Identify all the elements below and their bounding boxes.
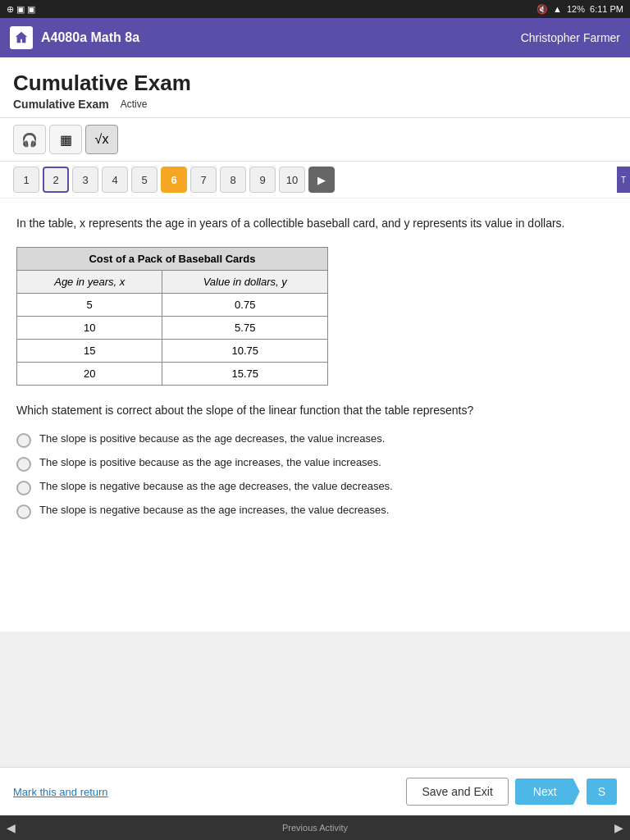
answer-choice-d[interactable]: The slope is negative because as the age… [16, 504, 614, 519]
user-name: Christopher Farmer [521, 31, 620, 44]
row4-x: 20 [17, 363, 162, 386]
question-tabs: 1 2 3 4 5 6 7 8 9 10 ▶ T [0, 162, 630, 199]
taskbar-left-arrow[interactable]: ◀ [7, 821, 16, 834]
answer-choice-b[interactable]: The slope is positive because as the age… [16, 456, 614, 472]
row1-x: 5 [17, 294, 162, 317]
question-tab-5[interactable]: 5 [131, 167, 158, 193]
table-row: 15 10.75 [17, 340, 328, 363]
choice-b-text: The slope is positive because as the age… [39, 456, 381, 468]
intro-text: In the table, x represents the age in ye… [16, 215, 614, 232]
table-row: 20 15.75 [17, 363, 328, 386]
save-exit-button[interactable]: Save and Exit [406, 778, 508, 806]
next-button[interactable]: Next [515, 778, 580, 805]
answer-choice-a[interactable]: The slope is positive because as the age… [16, 432, 614, 448]
taskbar-right-arrow[interactable]: ▶ [614, 821, 623, 834]
main-content: Cumulative Exam Cumulative Exam Active 🎧… [0, 57, 630, 632]
answer-choices: The slope is positive because as the age… [16, 432, 614, 519]
table-row: 5 0.75 [17, 294, 328, 317]
col-header-x: Age in years, x [17, 271, 162, 294]
choice-c-text: The slope is negative because as the age… [39, 480, 393, 492]
radio-d[interactable] [16, 504, 31, 519]
row3-y: 10.75 [162, 340, 328, 363]
radio-b[interactable] [16, 457, 31, 472]
mute-icon: 🔇 [536, 4, 548, 15]
question-tab-2[interactable]: 2 [43, 167, 69, 193]
radio-a[interactable] [16, 433, 31, 448]
exam-title: Cumulative Exam [13, 71, 617, 96]
table-row: 10 5.75 [17, 317, 328, 340]
bottom-bar-right: Save and Exit Next S [406, 778, 617, 806]
exam-header: Cumulative Exam Cumulative Exam Active [0, 57, 630, 118]
radio-c[interactable] [16, 481, 31, 495]
course-title: A4080a Math 8a [41, 30, 139, 45]
home-button[interactable] [10, 26, 33, 49]
question-tab-6[interactable]: 6 [161, 167, 187, 193]
submit-button[interactable]: S [587, 778, 617, 805]
question-tab-9[interactable]: 9 [249, 167, 276, 193]
question-tab-1[interactable]: 1 [13, 167, 39, 193]
col-header-y: Value in dollars, y [162, 271, 328, 294]
status-bar-right: 🔇 ▲ 12% 6:11 PM [536, 4, 623, 15]
taskbar-center-label: Previous Activity [282, 823, 348, 833]
answer-choice-c[interactable]: The slope is negative because as the age… [16, 480, 614, 495]
row4-y: 15.75 [162, 363, 328, 386]
exam-subtitle: Cumulative Exam Active [13, 98, 617, 111]
row2-y: 5.75 [162, 317, 328, 340]
status-icons: ⊕ ▣ ▣ [7, 4, 35, 15]
active-badge: Active [117, 98, 151, 111]
question-tab-next-arrow[interactable]: ▶ [308, 167, 335, 193]
top-nav: A4080a Math 8a Christopher Farmer [0, 18, 630, 57]
question-tab-4[interactable]: 4 [102, 167, 128, 193]
battery-level: 12% [567, 4, 585, 14]
choice-a-text: The slope is positive because as the age… [39, 432, 385, 445]
taskbar: ◀ Previous Activity ▶ [0, 815, 630, 840]
question-tab-8[interactable]: 8 [220, 167, 246, 193]
row2-x: 10 [17, 317, 162, 340]
formula-button[interactable]: √x [85, 125, 118, 154]
status-bar-left: ⊕ ▣ ▣ [7, 4, 35, 15]
data-table: Cost of a Pack of Baseball Cards Age in … [16, 247, 328, 386]
question-tab-3[interactable]: 3 [72, 167, 98, 193]
table-title: Cost of a Pack of Baseball Cards [17, 248, 328, 271]
row1-y: 0.75 [162, 294, 328, 317]
right-hint: T [617, 167, 630, 193]
toolbar: 🎧 ▦ √x [0, 118, 630, 162]
audio-button[interactable]: 🎧 [13, 125, 46, 154]
question-tab-7[interactable]: 7 [190, 167, 217, 193]
choice-d-text: The slope is negative because as the age… [39, 504, 389, 516]
status-bar: ⊕ ▣ ▣ 🔇 ▲ 12% 6:11 PM [0, 0, 630, 18]
mark-return-button[interactable]: Mark this and return [13, 786, 108, 798]
exam-subtitle-text: Cumulative Exam [13, 98, 109, 111]
clock: 6:11 PM [590, 4, 623, 14]
wifi-icon: ▲ [553, 4, 562, 14]
bottom-bar: Mark this and return Save and Exit Next … [0, 767, 630, 815]
calculator-button[interactable]: ▦ [49, 125, 82, 154]
top-nav-left: A4080a Math 8a [10, 26, 139, 49]
question-tab-10[interactable]: 10 [279, 167, 305, 193]
question-area: In the table, x represents the age in ye… [0, 199, 630, 532]
question-prompt: Which statement is correct about the slo… [16, 402, 614, 419]
row3-x: 15 [17, 340, 162, 363]
